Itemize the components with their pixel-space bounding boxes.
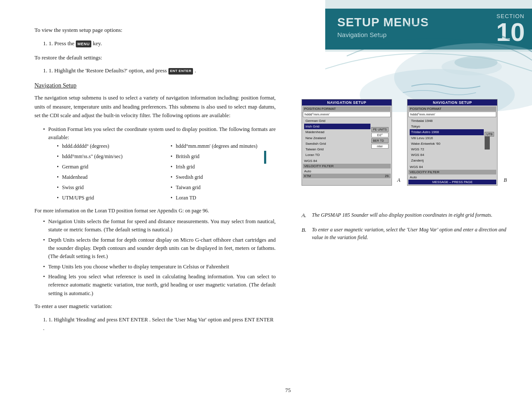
- bg-decoration: [325, 0, 532, 112]
- menu-key-button: MENU: [76, 40, 92, 47]
- d2-value: D2°: [371, 133, 389, 137]
- mag-var-period: .: [43, 325, 44, 331]
- list-item-taiwan: Taiwan Grid: [304, 146, 370, 152]
- list-item-tristan-selected: Tristan Astro 1968: [410, 129, 484, 135]
- annotation-a-text: The GPSMAP 185 Sounder will also display…: [312, 211, 492, 220]
- sub-item-2: hddd°mm.mmm' (degrees and minutes): [171, 142, 276, 150]
- sub-item-12: Loran TD: [171, 194, 276, 202]
- list-item-timbalai: Timbalai 1948: [410, 118, 484, 124]
- page-number: 75: [285, 387, 291, 394]
- velocity-filter-label-left: VELOCITY FILTER: [303, 164, 391, 168]
- mag-var-step-text: 1. Highlight 'Heading' and press: [49, 317, 118, 323]
- list-item-nz: New Zealand: [304, 135, 370, 141]
- mag-var-step-num: 1.: [43, 317, 49, 323]
- list-column: German Grid Irish Grid Maidenhead New Ze…: [304, 118, 370, 158]
- list-column-right: Timbalai 1948 Tokyo Tristan Astro 1968 V…: [410, 118, 484, 164]
- sub-item-1: hddd.ddddd° (degrees): [57, 142, 162, 150]
- screenshots-area: NAVIGATION SETUP POSITION FORMAT hddd°mm…: [302, 99, 507, 186]
- bullet-heading: Heading lets you select what reference i…: [43, 273, 276, 298]
- screenshot-right: NAVIGATION SETUP POSITION FORMAT hddd°mm…: [407, 99, 498, 186]
- field1-value: hddd°mm.mmm': [303, 112, 391, 117]
- side-buttons-right: UTB: [484, 131, 495, 150]
- screenshot-left-header: NAVIGATION SETUP: [302, 100, 392, 106]
- auto-label-left: Auto: [303, 169, 391, 174]
- side-buttons: PE UNITS D2° BER TD nter: [370, 126, 389, 149]
- footer-ktm: KTM: [304, 174, 311, 178]
- bullet-temp-units: Temp Units lets you choose whether to di…: [43, 263, 276, 271]
- field1-value-right: hddd°mm.mmm': [408, 112, 496, 117]
- footer-right-msg: MESSAGE – PRESS PAGE: [408, 180, 496, 184]
- mag-var-intro: To enter a user magnetic variation:: [34, 302, 276, 311]
- loran-note: For more information on the Loran TD pos…: [34, 208, 276, 214]
- annotation-b-letter: B.: [302, 226, 308, 241]
- enter-key-2: ENT ENTER: [119, 317, 148, 323]
- list-item-tokyo: Tokyo: [410, 124, 484, 129]
- velocity-filter-label-right: VELOCITY FILTER: [408, 170, 496, 174]
- restore-defaults-text: To restore the default settings:: [34, 53, 276, 62]
- list-item-wake: Wake-Eniwetok '60: [410, 141, 484, 146]
- list-item-swedish: Swedish Grid: [304, 141, 370, 146]
- nter-value: nter: [371, 144, 389, 149]
- enter-key-1: ENT ENTER: [168, 68, 193, 75]
- annotation-a-letter: A.: [302, 211, 308, 220]
- right-content: SETUP MENUS Navigation Setup SECTION 10: [293, 0, 532, 411]
- vertical-bar-decoration: [264, 151, 266, 164]
- screenshot-right-content: POSITION FORMAT hddd°mm.mmm' Timbalai 19…: [408, 106, 497, 185]
- annotations-area: A. The GPSMAP 185 Sounder will also disp…: [302, 211, 508, 247]
- screenshot-left: NAVIGATION SETUP POSITION FORMAT hddd°mm…: [302, 99, 392, 186]
- sub-item-10: Taiwan grid: [171, 184, 276, 191]
- list-item-loran: Loran TD: [304, 152, 370, 158]
- annotation-b: B. To enter a user magnetic variation, s…: [302, 226, 508, 241]
- svg-point-4: [454, 56, 498, 69]
- list-item-maiden: Maidenhead: [304, 129, 370, 135]
- step1-suffix: key.: [93, 40, 102, 47]
- list-item-zanderij: Zanderij: [410, 158, 484, 163]
- footer-left: KTM 29.: [303, 174, 391, 178]
- annotation-a: A. The GPSMAP 185 Sounder will also disp…: [302, 211, 508, 220]
- sub-item-11: UTM/UPS grid: [57, 194, 162, 202]
- screenshot-right-header: NAVIGATION SETUP: [408, 100, 497, 106]
- label-a: A: [397, 177, 400, 186]
- other-bullets-list: Navigation Units selects the format for …: [43, 218, 276, 298]
- nav-setup-paragraph: The navigation setup submenu is used to …: [34, 93, 276, 120]
- list-item-wgs72: WGS 72: [410, 146, 484, 152]
- step2-period: .: [195, 67, 196, 74]
- screenshot-left-content: POSITION FORMAT hddd°mm.mmm' German Grid…: [302, 106, 392, 179]
- list-item-german: German Grid: [304, 118, 370, 124]
- sub-item-7: Maidenhead: [57, 173, 162, 181]
- sub-item-9: Swiss grid: [57, 184, 162, 191]
- mag-var-step: 1. 1. Highlight 'Heading' and press ENT …: [43, 315, 276, 333]
- field1-label-right: POSITION FORMAT: [408, 106, 496, 111]
- auto-label-right: Auto: [408, 175, 496, 180]
- footer-value: 29.: [385, 174, 389, 178]
- wgs84-label-right: WGS 84: [408, 164, 496, 170]
- position-format-list: hddd.ddddd° (degrees) hddd°mm.mmm' (degr…: [57, 142, 276, 203]
- mag-var-step-text2: . Select the 'User Mag Var' option and p…: [149, 317, 243, 323]
- wgs84-label-left: WGS 84: [303, 158, 391, 164]
- step2-label: 1. Highlight the 'Restore Defaults?' opt…: [49, 67, 167, 74]
- sub-item-8: Swedish grid: [171, 173, 276, 181]
- view-system-text: To view the system setup page options:: [34, 26, 276, 35]
- main-bullet-list: Position Format lets you select the coor…: [43, 125, 276, 203]
- enter-key-3: ENT ENTER: [245, 317, 274, 323]
- ber-td-label: BER TD: [371, 138, 389, 143]
- step2-highlight: 1. 1. Highlight the 'Restore Defaults?' …: [43, 66, 276, 75]
- sub-item-5: German grid: [57, 163, 162, 171]
- bullet-depth-units: Depth Units selects the format for depth…: [43, 236, 276, 261]
- field1-label: POSITION FORMAT: [303, 106, 391, 111]
- nav-list-row-right: Timbalai 1948 Tokyo Tristan Astro 1968 V…: [408, 118, 496, 164]
- list-item-irish-selected: Irish Grid: [304, 124, 370, 129]
- sub-item-4: British grid: [171, 153, 276, 160]
- step1-press: 1. 1. Press the MENU key.: [43, 39, 276, 48]
- sub-item-6: Irish grid: [171, 163, 276, 171]
- sub-item-3: hddd°mm'ss.s" (deg/min/sec): [57, 153, 162, 160]
- utb-label: UTB: [485, 132, 494, 137]
- page-container: To view the system setup page options: 1…: [0, 0, 532, 411]
- list-item-wgs84: WGS 84: [410, 152, 484, 158]
- pe-units-label: PE UNITS: [371, 127, 389, 132]
- step1-prefix: 1.: [43, 40, 49, 47]
- nav-list-row: German Grid Irish Grid Maidenhead New Ze…: [303, 118, 391, 158]
- svg-rect-0: [325, 0, 532, 52]
- annotation-b-text: To enter a user magnetic variation, sele…: [312, 226, 508, 241]
- nav-setup-heading: Navigation Setup: [34, 82, 276, 89]
